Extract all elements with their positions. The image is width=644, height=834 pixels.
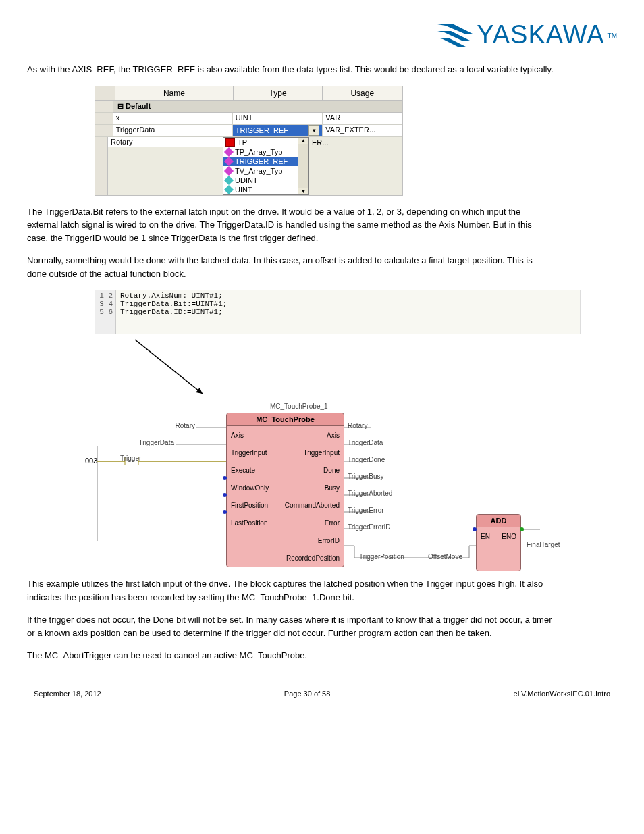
port-dot-icon xyxy=(223,493,227,497)
scroll-down-icon[interactable]: ▼ xyxy=(301,188,306,194)
dropdown-item[interactable]: TP xyxy=(223,138,308,147)
dropdown-item[interactable]: UINT xyxy=(223,185,308,194)
chevron-down-icon[interactable]: ▼ xyxy=(308,125,319,136)
output-label: FinalTarget xyxy=(527,541,560,548)
para-1: As with the AXIS_REF, the TRIGGER_REF is… xyxy=(27,63,554,76)
brand-logo: YASKAWA TM xyxy=(436,20,617,49)
col-header-usage[interactable]: Usage xyxy=(323,86,402,100)
port-dot-icon xyxy=(473,527,477,531)
para-4: This example utilizes the first latch in… xyxy=(27,577,554,604)
grid-corner xyxy=(95,86,115,100)
footer-doc: eLV.MotionWorksIEC.01.Intro xyxy=(514,689,610,698)
dropdown-item[interactable]: TV_Array_Typ xyxy=(223,166,308,176)
type-dropdown[interactable]: TP TP_Array_Typ TRIGGER_REF TV_Array_Typ… xyxy=(223,137,309,195)
usage-overflow: ER... xyxy=(309,137,402,195)
port-dot-icon xyxy=(223,476,227,480)
dropdown-item-selected[interactable]: TRIGGER_REF xyxy=(223,157,308,166)
svg-line-0 xyxy=(135,340,203,394)
type-cell-selected[interactable]: TRIGGER_REF ▼ xyxy=(233,125,323,137)
variables-grid: Name Type Usage ⊟ Default x UINT VAR Tri… xyxy=(95,86,403,196)
para-6: The MC_AbortTrigger can be used to cance… xyxy=(27,649,554,662)
group-default[interactable]: ⊟ Default xyxy=(113,101,402,113)
fb-title: MC_TouchProbe xyxy=(227,413,344,426)
port-dot-icon xyxy=(520,527,524,531)
output-label: TriggerPosition xyxy=(359,553,404,561)
contact-label: Trigger xyxy=(120,454,141,462)
logo-mark-icon xyxy=(436,22,474,49)
dropdown-item[interactable]: TP_Array_Typ xyxy=(223,147,308,157)
scrollbar[interactable]: ▲ ▼ xyxy=(298,138,308,194)
datatype-icon xyxy=(224,165,234,175)
input-label: OffsetMove xyxy=(428,553,462,561)
scroll-up-icon[interactable]: ▲ xyxy=(301,138,306,144)
output-label: TriggerBusy xyxy=(348,473,384,480)
output-label: TriggerErrorID xyxy=(348,523,391,531)
ladder-diagram: 1 2 3 4 5 6 Rotary.AxisNum:=UINT#1; Trig… xyxy=(95,290,581,568)
output-label: Rotary xyxy=(348,422,367,429)
input-label: TriggerData xyxy=(135,439,174,446)
para-2: The TriggerData.Bit refers to the extern… xyxy=(27,205,554,245)
primitive-icon xyxy=(224,184,234,194)
datatype-icon xyxy=(224,147,234,156)
port-dot-icon xyxy=(223,510,227,514)
footer-page: Page 30 of 58 xyxy=(284,689,331,698)
st-code-block: 1 2 3 4 5 6 Rotary.AxisNum:=UINT#1; Trig… xyxy=(95,290,581,334)
output-label: TriggerAborted xyxy=(348,490,392,497)
rung-number: 003 xyxy=(85,457,97,465)
fb-touchprobe[interactable]: MC_TouchProbe AxisAxis TriggerInputTrigg… xyxy=(226,413,344,567)
table-row[interactable]: TriggerData TRIGGER_REF ▼ VAR_EXTER... xyxy=(95,125,402,137)
code-text: Rotary.AxisNum:=UINT#1; TriggerData.Bit:… xyxy=(116,290,231,334)
fb-icon xyxy=(225,138,235,147)
table-row[interactable]: Rotary xyxy=(108,137,223,147)
output-label: TriggerDone xyxy=(348,456,385,463)
primitive-icon xyxy=(224,175,234,184)
page-footer: September 18, 2012 Page 30 of 58 eLV.Mot… xyxy=(27,689,617,711)
input-label: Rotary xyxy=(172,422,195,429)
footer-date: September 18, 2012 xyxy=(34,689,101,698)
logo-tm: TM xyxy=(608,32,617,40)
row-margin xyxy=(95,101,113,113)
para-5: If the trigger does not occur, the Done … xyxy=(27,613,554,640)
output-label: TriggerData xyxy=(348,439,383,446)
fb-instance-label: MC_TouchProbe_1 xyxy=(270,402,328,410)
code-gutter: 1 2 3 4 5 6 xyxy=(95,290,116,334)
col-header-type[interactable]: Type xyxy=(234,86,323,100)
table-row[interactable]: x UINT VAR xyxy=(95,113,402,125)
dropdown-item[interactable]: UDINT xyxy=(223,176,308,185)
para-3: Normally, something would be done with t… xyxy=(27,254,554,280)
datatype-icon xyxy=(224,156,234,165)
fb-add[interactable]: ADD ENENO xyxy=(476,514,521,571)
logo-text: YASKAWA xyxy=(477,20,604,49)
fb-add-title: ADD xyxy=(477,515,520,527)
output-label: TriggerError xyxy=(348,506,384,514)
col-header-name[interactable]: Name xyxy=(115,86,234,100)
